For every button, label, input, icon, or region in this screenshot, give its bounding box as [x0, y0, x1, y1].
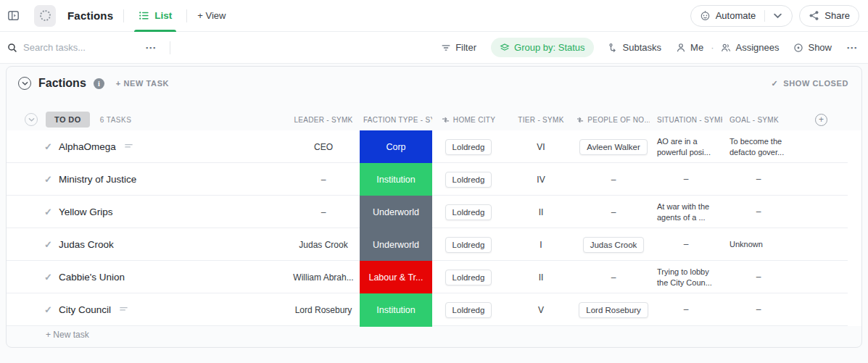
- task-check-icon[interactable]: ✓: [44, 206, 52, 217]
- leader-cell[interactable]: Judas Crook: [287, 240, 360, 250]
- people-cell[interactable]: –: [577, 207, 650, 217]
- column-header-situation[interactable]: SITUATION - SYMK: [650, 116, 722, 124]
- faction-type-cell[interactable]: Institution: [360, 163, 432, 196]
- show-closed-button[interactable]: ✓ SHOW CLOSED: [771, 79, 848, 88]
- goal-cell[interactable]: –: [722, 271, 795, 283]
- home-city-cell[interactable]: Loldredg: [432, 237, 505, 253]
- situation-cell[interactable]: –: [650, 173, 722, 185]
- column-header-tier[interactable]: TIER - SYMK: [505, 116, 577, 124]
- task-name[interactable]: Cabbie's Union: [59, 272, 125, 283]
- column-header-home-city[interactable]: HOME CITY: [432, 116, 505, 124]
- leader-cell[interactable]: CEO: [287, 142, 360, 152]
- task-check-icon[interactable]: ✓: [44, 174, 52, 185]
- table-row[interactable]: ✓ Yellow Grips – Underworld Loldredg II …: [7, 196, 848, 228]
- space-avatar[interactable]: [34, 5, 56, 27]
- home-city-cell[interactable]: Loldredg: [432, 172, 505, 188]
- search-input[interactable]: [23, 42, 125, 53]
- eye-icon: [793, 43, 803, 53]
- task-name[interactable]: Ministry of Justice: [59, 174, 136, 185]
- add-view-button[interactable]: + View: [197, 10, 226, 21]
- faction-type-cell[interactable]: Labour & Tr...: [360, 261, 432, 294]
- share-button[interactable]: Share: [799, 5, 859, 27]
- goal-cell[interactable]: –: [722, 206, 795, 217]
- search-box[interactable]: [7, 42, 125, 53]
- task-check-icon[interactable]: ✓: [44, 272, 52, 283]
- task-name[interactable]: AlphaOmega: [59, 141, 116, 152]
- goal-cell[interactable]: –: [722, 304, 795, 315]
- people-cell[interactable]: Judas Crook: [577, 237, 650, 253]
- faction-type-cell[interactable]: Corp: [360, 130, 432, 164]
- people-cell[interactable]: Avleen Walker: [577, 139, 650, 155]
- leader-cell[interactable]: –: [287, 175, 360, 185]
- people-cell[interactable]: –: [577, 175, 650, 185]
- task-check-icon[interactable]: ✓: [44, 239, 52, 250]
- home-city-cell[interactable]: Loldredg: [432, 302, 505, 318]
- goal-cell[interactable]: To become the defacto gover...: [722, 136, 795, 158]
- tier-cell[interactable]: II: [505, 207, 577, 217]
- home-city-cell[interactable]: Loldredg: [432, 204, 505, 220]
- people-cell[interactable]: –: [577, 272, 650, 283]
- task-name[interactable]: City Council: [59, 304, 111, 315]
- me-button[interactable]: Me: [676, 42, 703, 53]
- situation-cell[interactable]: At war with the agents of a ...: [650, 201, 722, 223]
- assignees-button[interactable]: Assignees: [721, 42, 779, 53]
- show-closed-label: SHOW CLOSED: [783, 79, 848, 88]
- situation-cell[interactable]: Trying to lobby the City Coun...: [650, 267, 722, 288]
- tab-list[interactable]: List: [134, 0, 176, 32]
- column-header-people[interactable]: PEOPLE OF NO...: [577, 116, 650, 124]
- list-card: Factions i + NEW TASK ✓ SHOW CLOSED TO D…: [6, 66, 862, 348]
- goal-cell[interactable]: –: [722, 173, 795, 185]
- list-title: Factions: [38, 77, 86, 90]
- home-city-cell[interactable]: Loldredg: [432, 270, 505, 285]
- description-icon[interactable]: [119, 304, 128, 317]
- group-by-button[interactable]: Group by: Status: [491, 38, 594, 57]
- tier-cell[interactable]: IV: [505, 175, 577, 185]
- table-row[interactable]: ✓ AlphaOmega CEO Corp Loldredg VI Avleen…: [7, 130, 848, 163]
- task-name[interactable]: Yellow Grips: [59, 206, 113, 217]
- situation-cell[interactable]: AO are in a powerful posi...: [650, 136, 722, 158]
- show-button[interactable]: Show: [793, 42, 832, 53]
- leader-cell[interactable]: Lord Rosebury: [287, 305, 360, 315]
- filter-button[interactable]: Filter: [441, 42, 476, 53]
- table-row[interactable]: ✓ Ministry of Justice – Institution Lold…: [7, 163, 848, 196]
- automate-button[interactable]: Automate: [690, 5, 793, 27]
- people-cell[interactable]: Lord Rosebury: [577, 302, 650, 318]
- table-row[interactable]: ✓ City Council Lord Rosebury Institution…: [7, 293, 848, 326]
- task-check-icon[interactable]: ✓: [44, 304, 52, 315]
- sidebar-toggle-icon[interactable]: [7, 9, 20, 22]
- collapse-list-icon[interactable]: [18, 77, 31, 90]
- situation-cell[interactable]: –: [650, 238, 722, 250]
- status-badge[interactable]: TO DO: [46, 112, 90, 128]
- more-icon[interactable]: ⋯: [846, 41, 858, 54]
- collapse-group-icon[interactable]: [25, 113, 38, 126]
- faction-type-cell[interactable]: Institution: [360, 293, 432, 327]
- table-row[interactable]: ✓ Judas Crook Judas Crook Underworld Lol…: [7, 228, 848, 261]
- home-city-cell[interactable]: Loldredg: [432, 139, 505, 155]
- new-task-button[interactable]: + NEW TASK: [116, 79, 169, 88]
- tier-cell[interactable]: VI: [505, 142, 577, 152]
- column-header-faction-type[interactable]: FACTION TYPE - SY...: [360, 116, 432, 124]
- situation-cell[interactable]: –: [650, 304, 722, 315]
- new-task-bottom-button[interactable]: + New task: [46, 330, 89, 340]
- column-header-goal[interactable]: GOAL - SYMK: [722, 116, 795, 124]
- leader-cell[interactable]: –: [287, 207, 360, 217]
- task-check-icon[interactable]: ✓: [44, 141, 52, 152]
- add-column-icon[interactable]: +: [815, 114, 827, 126]
- tier-cell[interactable]: V: [505, 305, 577, 315]
- chevron-down-icon[interactable]: [772, 10, 783, 21]
- task-name[interactable]: Judas Crook: [59, 239, 114, 250]
- more-icon[interactable]: ⋯: [145, 41, 157, 54]
- search-icon: [7, 43, 17, 53]
- goal-cell[interactable]: Unknown: [722, 239, 795, 250]
- faction-type-cell[interactable]: Underworld: [360, 196, 432, 229]
- description-icon[interactable]: [124, 141, 133, 154]
- home-city-pill: Loldredg: [445, 139, 492, 155]
- leader-cell[interactable]: William Abrah...: [287, 272, 360, 283]
- tier-cell[interactable]: II: [505, 272, 577, 283]
- faction-type-cell[interactable]: Underworld: [360, 228, 432, 262]
- column-header-leader[interactable]: LEADER - SYMK: [287, 116, 360, 124]
- tier-cell[interactable]: I: [505, 240, 577, 250]
- table-row[interactable]: ✓ Cabbie's Union William Abrah... Labour…: [7, 261, 848, 293]
- info-icon[interactable]: i: [94, 78, 104, 89]
- subtasks-button[interactable]: Subtasks: [608, 42, 661, 53]
